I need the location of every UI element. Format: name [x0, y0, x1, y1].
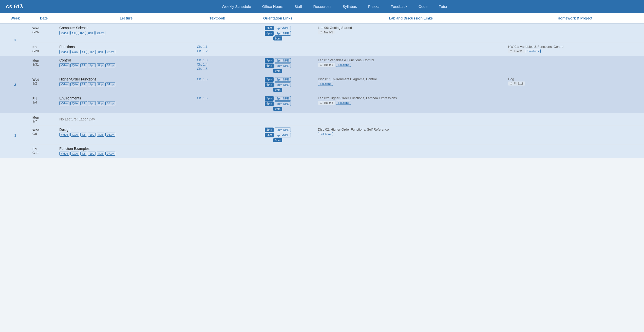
lab-title[interactable]: Disc 02: Higher-Order Functions, Self Re…: [318, 128, 504, 131]
lecture-badge[interactable]: Video: [59, 133, 69, 137]
lecture-badge[interactable]: Video: [59, 50, 69, 54]
time-npe-badge[interactable]: 7pm-NPE: [275, 133, 291, 137]
lab-solutions-badge[interactable]: Solutions: [318, 132, 333, 136]
time-badge[interactable]: 6pm: [265, 101, 274, 106]
textbook-chapter[interactable]: Ch. 1.5: [197, 67, 238, 71]
lecture-badge[interactable]: 1pp: [88, 50, 96, 54]
time-npe-badge[interactable]: 7pm-NPE: [275, 31, 291, 36]
lab-title[interactable]: Lab 02: Higher-Order Functions, Lambda E…: [318, 96, 504, 100]
lecture-badge[interactable]: 1pp: [88, 82, 96, 86]
nav-weekly-schedule[interactable]: Weekly Schedule: [216, 0, 257, 13]
lecture-badge[interactable]: full: [80, 63, 87, 67]
time-badge[interactable]: 2pm: [265, 58, 274, 63]
time-badge[interactable]: 9pm: [273, 138, 282, 142]
time-badge[interactable]: 6pm: [265, 31, 274, 36]
lecture-badge[interactable]: Q&A: [70, 152, 79, 156]
textbook-chapter[interactable]: Ch. 1.4: [197, 63, 238, 66]
lab-solutions-badge[interactable]: Solutions: [336, 63, 351, 67]
lecture-badge[interactable]: full: [70, 31, 77, 35]
textbook-chapter[interactable]: Ch. 1.6: [197, 96, 238, 100]
lab-title[interactable]: Disc 01: Environment Diagrams, Control: [318, 77, 504, 81]
hw-title[interactable]: Hog: [508, 77, 642, 81]
lecture-badge[interactable]: 02.py: [105, 50, 115, 54]
lecture-badge[interactable]: 1pp: [88, 101, 96, 105]
hw-title[interactable]: HW 01: Variables & Functions, Control: [508, 45, 642, 49]
lecture-badge[interactable]: 8pp: [87, 31, 94, 35]
lecture-badge[interactable]: Video: [59, 31, 69, 35]
lecture-badge[interactable]: 8pp: [97, 101, 104, 105]
time-badge[interactable]: 2pm: [265, 128, 274, 132]
lecture-badge[interactable]: 8pp: [97, 152, 104, 156]
time-npe-badge[interactable]: 2pm-NPE: [275, 58, 291, 63]
nav-office-hours[interactable]: Office Hours: [257, 0, 289, 13]
time-badge[interactable]: 9pm: [273, 69, 282, 73]
time-npe-badge[interactable]: 2pm-NPE: [275, 77, 291, 82]
lecture-badge[interactable]: 1pp: [88, 133, 96, 137]
time-badge[interactable]: 6pm: [265, 133, 274, 137]
time-badge[interactable]: 2pm: [265, 77, 274, 82]
time-badge[interactable]: 6pm: [265, 64, 274, 68]
time-npe-badge[interactable]: 7pm-NPE: [275, 82, 291, 87]
lecture-badge[interactable]: full: [80, 133, 87, 137]
nav-code[interactable]: Code: [413, 0, 433, 13]
lecture-badge[interactable]: 07.py: [105, 152, 115, 156]
lab-title[interactable]: Lab 01: Variables & Functions, Control: [318, 58, 504, 62]
lecture-badge[interactable]: full: [80, 50, 87, 54]
nav-piazza[interactable]: Piazza: [363, 0, 385, 13]
time-badge[interactable]: 9pm: [273, 107, 282, 111]
lecture-badge[interactable]: 04.py: [105, 82, 115, 86]
date-date: 8/28: [32, 49, 55, 53]
lecture-badge[interactable]: Q&A: [70, 50, 79, 54]
nav-resources[interactable]: Resources: [308, 0, 337, 13]
lecture-badge[interactable]: 8pp: [97, 63, 104, 67]
lecture-badge[interactable]: full: [80, 82, 87, 86]
time-npe-badge[interactable]: 2pm-NPE: [275, 96, 291, 101]
time-npe-badge[interactable]: 2pm-NPE: [275, 128, 291, 132]
lab-solutions-badge[interactable]: Solutions: [318, 82, 333, 86]
nav-tutor[interactable]: Tutor: [433, 0, 453, 13]
time-npe-badge[interactable]: 7pm-NPE: [275, 101, 291, 106]
lecture-badge[interactable]: 05.py: [105, 101, 115, 105]
lab-title[interactable]: Lab 00: Getting Started: [318, 26, 504, 30]
time-badge[interactable]: 9pm: [273, 36, 282, 40]
lecture-badge[interactable]: 06.py: [105, 133, 115, 137]
lecture-badge[interactable]: 01.py: [96, 31, 105, 35]
textbook-chapter[interactable]: Ch. 1.2: [197, 49, 238, 53]
date-date: 9/4: [32, 100, 55, 104]
time-badge[interactable]: 9pm: [273, 88, 282, 92]
lecture-badge[interactable]: Q&A: [70, 101, 79, 105]
lecture-badge[interactable]: Q&A: [70, 63, 79, 67]
time-badge[interactable]: 2pm: [265, 26, 274, 30]
lab-solutions-badge[interactable]: Solutions: [336, 101, 351, 105]
orientation-cell: 2pm2pm-NPE6pm7pm-NPE9pm: [240, 24, 316, 43]
lecture-badge[interactable]: full: [80, 152, 87, 156]
lecture-badge[interactable]: Video: [59, 152, 69, 156]
lecture-badge[interactable]: 03.py: [105, 63, 115, 67]
nav-staff[interactable]: Staff: [289, 0, 308, 13]
lecture-title: Control: [59, 58, 193, 62]
table-row: Fri9/4EnvironmentsVideoQ&Afull1pp8pp05.p…: [0, 94, 644, 113]
hw-solutions-badge[interactable]: Solutions: [526, 49, 541, 53]
time-npe-badge[interactable]: 2pm-NPE: [275, 26, 291, 30]
lecture-badge[interactable]: Video: [59, 82, 69, 86]
lecture-badge[interactable]: 1pp: [88, 63, 96, 67]
lecture-title: Higher-Order Functions: [59, 77, 193, 81]
textbook-chapter[interactable]: Ch. 1.3: [197, 58, 238, 62]
lecture-badge[interactable]: Video: [59, 101, 69, 105]
time-badge[interactable]: 2pm: [265, 96, 274, 101]
textbook-chapter[interactable]: Ch. 1.1: [197, 45, 238, 49]
lecture-badge[interactable]: Q&A: [70, 133, 79, 137]
lecture-badge[interactable]: 8pp: [97, 82, 104, 86]
lecture-badge[interactable]: Video: [59, 63, 69, 67]
lecture-badge[interactable]: 8pp: [97, 133, 104, 137]
textbook-chapter[interactable]: Ch. 1.6: [197, 77, 238, 81]
lecture-badge[interactable]: 1pp: [88, 152, 96, 156]
time-badge[interactable]: 6pm: [265, 82, 274, 87]
lecture-badge[interactable]: Q&A: [70, 82, 79, 86]
nav-syllabus[interactable]: Syllabus: [337, 0, 363, 13]
lecture-badge[interactable]: 8pp: [97, 50, 104, 54]
lecture-badge[interactable]: 1pp: [78, 31, 86, 35]
lecture-badge[interactable]: full: [80, 101, 87, 105]
nav-feedback[interactable]: Feedback: [385, 0, 413, 13]
time-npe-badge[interactable]: 7pm-NPE: [275, 64, 291, 68]
